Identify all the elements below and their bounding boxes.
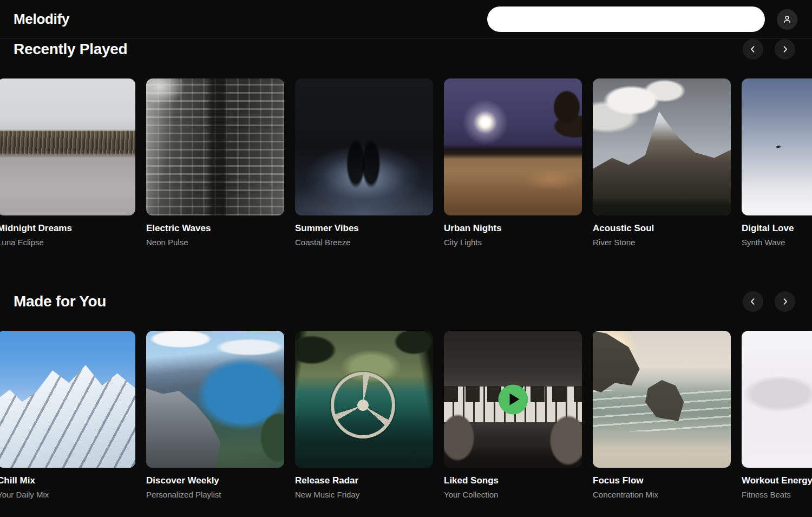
main-content: Recently Played Midnight Dreams Luna Ecl… bbox=[0, 39, 812, 500]
playlist-title: Discover Weekly bbox=[146, 475, 284, 487]
playlist-cover-art bbox=[146, 331, 284, 468]
carousel-prev-button[interactable] bbox=[743, 39, 763, 60]
playlist-card[interactable]: Summer Vibes Coastal Breeze bbox=[295, 78, 433, 248]
playlist-cover-art bbox=[444, 331, 582, 468]
carousel-next-button[interactable] bbox=[775, 39, 795, 60]
carousel-controls bbox=[743, 291, 795, 312]
carousel-section: Recently Played Midnight Dreams Luna Ecl… bbox=[0, 39, 812, 248]
playlist-card[interactable]: Discover Weekly Personalized Playlist bbox=[146, 331, 284, 500]
section-header: Recently Played bbox=[0, 39, 812, 60]
playlist-cover-art bbox=[444, 78, 582, 215]
playlist-subtitle: City Lights bbox=[444, 237, 582, 248]
playlist-subtitle: Luna Eclipse bbox=[0, 237, 135, 248]
play-button[interactable] bbox=[498, 384, 528, 414]
playlist-card[interactable]: Release Radar New Music Friday bbox=[295, 331, 433, 500]
playlist-card[interactable]: Acoustic Soul River Stone bbox=[593, 78, 731, 248]
profile-button[interactable] bbox=[777, 9, 797, 30]
chevron-right-icon bbox=[780, 44, 790, 54]
carousel-next-button[interactable] bbox=[775, 291, 795, 312]
playlist-subtitle: Coastal Breeze bbox=[295, 237, 433, 248]
playlist-title: Liked Songs bbox=[444, 475, 582, 487]
playlist-title: Electric Waves bbox=[146, 222, 284, 234]
playlist-cover-art bbox=[593, 78, 731, 215]
playlist-card[interactable]: Digital Love Synth Wave bbox=[742, 78, 812, 248]
chevron-left-icon bbox=[748, 44, 758, 54]
playlist-subtitle: Concentration Mix bbox=[593, 489, 731, 500]
chevron-left-icon bbox=[748, 297, 758, 306]
playlist-title: Workout Energy bbox=[742, 475, 812, 487]
playlist-cover-art bbox=[295, 78, 433, 215]
playlist-title: Midnight Dreams bbox=[0, 222, 135, 234]
user-icon bbox=[782, 14, 793, 25]
playlist-cover-art bbox=[0, 78, 135, 215]
playlist-cover-art bbox=[0, 331, 135, 468]
playlist-subtitle: Your Daily Mix bbox=[0, 489, 135, 500]
playlist-title: Summer Vibes bbox=[295, 222, 433, 234]
playlist-title: Urban Nights bbox=[444, 222, 582, 234]
section-title: Made for You bbox=[14, 293, 106, 310]
carousel-section: Made for You Chill Mix Your Daily Mix bbox=[0, 291, 812, 500]
carousel-controls bbox=[743, 39, 795, 60]
playlist-cover-art bbox=[593, 331, 731, 468]
app-logo: Melodify bbox=[14, 11, 69, 28]
app-header: Melodify bbox=[0, 0, 812, 39]
play-icon bbox=[509, 394, 519, 405]
playlist-subtitle: New Music Friday bbox=[295, 489, 433, 500]
playlist-subtitle: River Stone bbox=[593, 237, 731, 248]
section-title: Recently Played bbox=[14, 41, 127, 58]
playlist-subtitle: Fitness Beats bbox=[742, 489, 812, 500]
playlist-card[interactable]: Electric Waves Neon Pulse bbox=[146, 78, 284, 248]
playlist-subtitle: Your Collection bbox=[444, 489, 582, 500]
playlist-card[interactable]: Chill Mix Your Daily Mix bbox=[0, 331, 135, 500]
playlist-card[interactable]: Workout Energy Fitness Beats bbox=[742, 331, 812, 500]
carousel-row[interactable]: Midnight Dreams Luna Eclipse Electric Wa… bbox=[0, 78, 812, 248]
playlist-subtitle: Synth Wave bbox=[742, 237, 812, 248]
playlist-subtitle: Neon Pulse bbox=[146, 237, 284, 248]
playlist-subtitle: Personalized Playlist bbox=[146, 489, 284, 500]
section-header: Made for You bbox=[0, 291, 812, 312]
playlist-card[interactable]: Urban Nights City Lights bbox=[444, 78, 582, 248]
playlist-cover-art bbox=[742, 78, 812, 215]
chevron-right-icon bbox=[780, 297, 790, 306]
carousel-prev-button[interactable] bbox=[743, 291, 763, 312]
playlist-title: Release Radar bbox=[295, 475, 433, 487]
playlist-cover-art bbox=[742, 331, 812, 468]
playlist-card[interactable]: Focus Flow Concentration Mix bbox=[593, 331, 731, 500]
playlist-card[interactable]: Midnight Dreams Luna Eclipse bbox=[0, 78, 135, 248]
playlist-cover-art bbox=[295, 331, 433, 468]
carousel-row[interactable]: Chill Mix Your Daily Mix Discover Weekly… bbox=[0, 331, 812, 500]
search-input[interactable] bbox=[487, 6, 765, 32]
playlist-title: Focus Flow bbox=[593, 475, 731, 487]
playlist-title: Chill Mix bbox=[0, 475, 135, 487]
playlist-card[interactable]: Liked Songs Your Collection bbox=[444, 331, 582, 500]
playlist-title: Acoustic Soul bbox=[593, 222, 731, 234]
playlist-title: Digital Love bbox=[742, 222, 812, 234]
playlist-cover-art bbox=[146, 78, 284, 215]
